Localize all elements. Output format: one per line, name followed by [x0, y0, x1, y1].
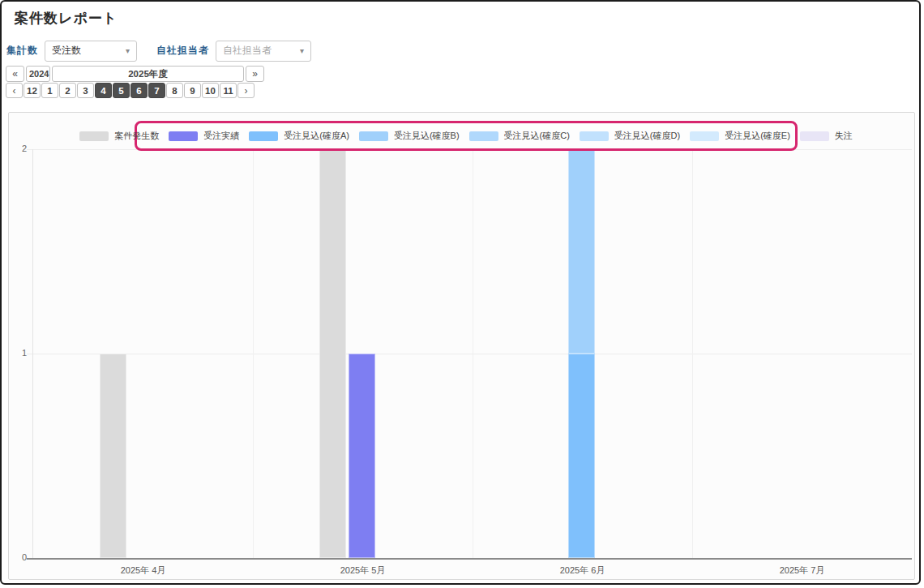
legend-item-order-actual: 受注実績 [169, 130, 239, 142]
legend-label-case-count: 案件発生数 [114, 130, 159, 142]
month-button-9[interactable]: 9 [184, 83, 201, 98]
x-tick-label-3: 2025年 7月 [738, 564, 867, 577]
legend-label-forecast-d: 受注見込(確度D) [614, 130, 680, 142]
x-tick-label-1: 2025年 5月 [298, 564, 428, 577]
month-button-3[interactable]: 3 [77, 83, 94, 98]
app-window: 案件数レポート 集計数 受注数 ▾ 自社担当者 自社担当者 ▾ « 2024 2… [0, 0, 921, 585]
owner-label: 自社担当者 [156, 44, 209, 58]
year-current-button[interactable]: 2025年度 [52, 66, 244, 82]
legend-item-forecast-b: 受注見込(確度B) [359, 130, 460, 142]
aggregation-label: 集計数 [6, 44, 38, 58]
month-button-10[interactable]: 10 [202, 83, 219, 98]
year-prev-button[interactable]: 2024 [26, 66, 50, 82]
month-button-8[interactable]: 8 [166, 83, 183, 98]
month-separator-1 [253, 149, 254, 558]
legend-swatch-case-count [79, 131, 109, 141]
bar-case-count [319, 149, 346, 558]
legend-item-forecast-a: 受注見込(確度A) [249, 130, 349, 142]
gridline-y-1 [27, 354, 912, 354]
bar-order-actual [349, 354, 375, 558]
bar-forecast-a [568, 354, 595, 558]
month-button-6[interactable]: 6 [130, 83, 148, 98]
year-next-double-button[interactable]: » [246, 66, 264, 82]
x-axis-line [27, 558, 912, 560]
legend-label-lost: 失注 [835, 130, 853, 142]
legend-item-case-count: 案件発生数 [79, 130, 159, 142]
legend-label-forecast-c: 受注見込(確度C) [504, 130, 570, 142]
month-prev-button[interactable]: ‹ [6, 83, 23, 98]
month-button-2[interactable]: 2 [59, 83, 76, 98]
legend-item-lost: 失注 [800, 130, 853, 142]
y-axis-line [32, 149, 33, 558]
filter-row: 集計数 受注数 ▾ 自社担当者 自社担当者 ▾ [6, 40, 311, 62]
legend-item-forecast-e: 受注見込(確度E) [690, 130, 790, 142]
month-button-4[interactable]: 4 [95, 83, 112, 98]
year-nav: « 2024 2025年度 » [6, 66, 264, 82]
month-button-1[interactable]: 1 [41, 83, 58, 98]
month-button-11[interactable]: 11 [220, 83, 237, 98]
chart-panel: 0122025年 4月2025年 5月2025年 6月2025年 7月 案件発生… [8, 112, 915, 580]
y-tick-label-0: 0 [12, 552, 27, 562]
month-separator-2 [473, 149, 473, 558]
month-button-7[interactable]: 7 [148, 83, 165, 98]
month-next-button[interactable]: › [237, 83, 255, 98]
legend-swatch-forecast-b [359, 131, 388, 141]
legend-swatch-forecast-a [249, 131, 278, 141]
legend-item-forecast-c: 受注見込(確度C) [469, 130, 570, 142]
aggregation-selected-value: 受注数 [52, 44, 81, 58]
legend-swatch-order-actual [169, 131, 198, 141]
month-button-5[interactable]: 5 [113, 83, 130, 98]
bar-forecast-b [568, 149, 595, 354]
legend-label-forecast-e: 受注見込(確度E) [725, 130, 790, 142]
legend-swatch-forecast-d [580, 131, 609, 141]
month-separator-3 [692, 149, 693, 558]
legend-swatch-lost [800, 131, 829, 141]
y-tick-label-1: 1 [12, 348, 27, 358]
legend-label-forecast-a: 受注見込(確度A) [284, 130, 349, 142]
x-tick-label-0: 2025年 4月 [79, 564, 208, 577]
legend-swatch-forecast-c [469, 131, 498, 141]
chevron-down-icon: ▾ [126, 46, 130, 55]
y-tick-label-2: 2 [12, 144, 27, 153]
legend-label-forecast-b: 受注見込(確度B) [394, 130, 460, 142]
legend-label-order-actual: 受注実績 [203, 130, 239, 142]
month-button-12[interactable]: 12 [24, 83, 41, 98]
bar-case-count [100, 354, 126, 558]
chevron-down-icon: ▾ [300, 46, 304, 55]
aggregation-select[interactable]: 受注数 ▾ [45, 41, 137, 62]
page-title: 案件数レポート [15, 9, 118, 28]
month-nav: ‹ 121234567891011 › [6, 83, 255, 98]
year-prev-double-button[interactable]: « [6, 66, 24, 82]
legend-swatch-forecast-e [690, 131, 719, 141]
x-tick-label-2: 2025年 6月 [518, 564, 648, 577]
month-list: 121234567891011 [24, 83, 237, 98]
owner-placeholder: 自社担当者 [223, 44, 272, 58]
legend-highlight-box: 案件発生数受注実績受注見込(確度A)受注見込(確度B)受注見込(確度C)受注見込… [135, 121, 798, 151]
owner-select[interactable]: 自社担当者 ▾ [216, 41, 311, 62]
legend-item-forecast-d: 受注見込(確度D) [580, 130, 680, 142]
